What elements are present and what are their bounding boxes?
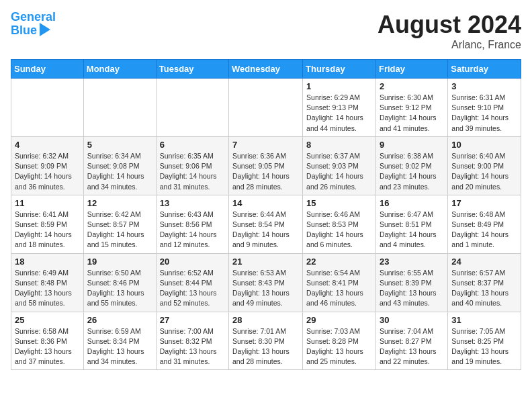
day-info: Sunrise: 6:55 AM Sunset: 8:39 PM Dayligh…	[380, 268, 444, 309]
day-info: Sunrise: 6:38 AM Sunset: 9:02 PM Dayligh…	[380, 151, 444, 192]
day-info: Sunrise: 7:04 AM Sunset: 8:27 PM Dayligh…	[380, 326, 444, 367]
day-number: 21	[232, 257, 299, 267]
calendar-cell: 5Sunrise: 6:34 AM Sunset: 9:08 PM Daylig…	[83, 136, 156, 195]
calendar-cell: 14Sunrise: 6:44 AM Sunset: 8:54 PM Dayli…	[229, 195, 303, 253]
calendar-cell: 9Sunrise: 6:38 AM Sunset: 9:02 PM Daylig…	[375, 136, 447, 195]
calendar-cell: 23Sunrise: 6:55 AM Sunset: 8:39 PM Dayli…	[375, 253, 447, 312]
calendar-cell: 30Sunrise: 7:04 AM Sunset: 8:27 PM Dayli…	[375, 312, 447, 370]
day-number: 2	[380, 81, 444, 91]
day-number: 23	[380, 257, 444, 267]
calendar-cell: 27Sunrise: 7:00 AM Sunset: 8:32 PM Dayli…	[156, 312, 228, 370]
day-number: 27	[160, 315, 225, 325]
page-header: General Blue August 2024 Arlanc, France	[11, 11, 521, 51]
calendar-body: 1Sunrise: 6:29 AM Sunset: 9:13 PM Daylig…	[11, 79, 521, 370]
day-number: 14	[232, 198, 299, 208]
calendar-cell: 11Sunrise: 6:41 AM Sunset: 8:59 PM Dayli…	[11, 195, 84, 253]
day-info: Sunrise: 6:43 AM Sunset: 8:56 PM Dayligh…	[160, 210, 225, 250]
calendar-cell: 15Sunrise: 6:46 AM Sunset: 8:53 PM Dayli…	[303, 195, 376, 253]
day-info: Sunrise: 6:57 AM Sunset: 8:37 PM Dayligh…	[451, 268, 517, 309]
calendar-cell: 25Sunrise: 6:58 AM Sunset: 8:36 PM Dayli…	[11, 312, 84, 370]
day-info: Sunrise: 6:53 AM Sunset: 8:43 PM Dayligh…	[232, 268, 299, 309]
calendar-header-row: SundayMondayTuesdayWednesdayThursdayFrid…	[11, 60, 521, 79]
calendar-cell: 2Sunrise: 6:30 AM Sunset: 9:12 PM Daylig…	[375, 79, 447, 137]
day-info: Sunrise: 6:40 AM Sunset: 9:00 PM Dayligh…	[451, 151, 517, 192]
calendar-cell: 3Sunrise: 6:31 AM Sunset: 9:10 PM Daylig…	[448, 79, 521, 137]
day-info: Sunrise: 6:49 AM Sunset: 8:48 PM Dayligh…	[15, 268, 80, 309]
day-number: 7	[232, 140, 299, 150]
calendar-cell: 22Sunrise: 6:54 AM Sunset: 8:41 PM Dayli…	[303, 253, 376, 312]
day-number: 20	[160, 257, 225, 267]
week-row-0: 1Sunrise: 6:29 AM Sunset: 9:13 PM Daylig…	[11, 79, 521, 137]
day-number: 6	[160, 140, 225, 150]
month-title: August 2024	[378, 11, 521, 39]
calendar-cell	[156, 79, 228, 137]
logo-blue: Blue	[11, 24, 37, 38]
day-number: 9	[380, 140, 444, 150]
day-number: 15	[306, 198, 372, 208]
location: Arlanc, France	[378, 39, 521, 51]
day-info: Sunrise: 7:03 AM Sunset: 8:28 PM Dayligh…	[306, 326, 372, 367]
day-info: Sunrise: 6:31 AM Sunset: 9:10 PM Dayligh…	[451, 93, 517, 134]
calendar-cell: 31Sunrise: 7:05 AM Sunset: 8:25 PM Dayli…	[448, 312, 521, 370]
day-number: 18	[15, 257, 80, 267]
week-row-2: 11Sunrise: 6:41 AM Sunset: 8:59 PM Dayli…	[11, 195, 521, 253]
day-info: Sunrise: 7:05 AM Sunset: 8:25 PM Dayligh…	[451, 326, 517, 367]
header-thursday: Thursday	[303, 60, 376, 79]
day-number: 31	[451, 315, 517, 325]
day-number: 16	[380, 198, 444, 208]
calendar-cell: 10Sunrise: 6:40 AM Sunset: 9:00 PM Dayli…	[448, 136, 521, 195]
day-number: 1	[306, 81, 372, 91]
calendar-cell: 6Sunrise: 6:35 AM Sunset: 9:06 PM Daylig…	[156, 136, 228, 195]
day-info: Sunrise: 6:30 AM Sunset: 9:12 PM Dayligh…	[380, 93, 444, 134]
day-info: Sunrise: 6:59 AM Sunset: 8:34 PM Dayligh…	[87, 326, 152, 367]
day-info: Sunrise: 6:41 AM Sunset: 8:59 PM Dayligh…	[15, 210, 80, 250]
day-number: 26	[87, 315, 152, 325]
week-row-4: 25Sunrise: 6:58 AM Sunset: 8:36 PM Dayli…	[11, 312, 521, 370]
calendar-cell: 17Sunrise: 6:48 AM Sunset: 8:49 PM Dayli…	[448, 195, 521, 253]
calendar-cell: 13Sunrise: 6:43 AM Sunset: 8:56 PM Dayli…	[156, 195, 228, 253]
day-info: Sunrise: 6:52 AM Sunset: 8:44 PM Dayligh…	[160, 268, 225, 309]
day-number: 10	[451, 140, 517, 150]
calendar-cell: 19Sunrise: 6:50 AM Sunset: 8:46 PM Dayli…	[83, 253, 156, 312]
day-info: Sunrise: 6:48 AM Sunset: 8:49 PM Dayligh…	[451, 210, 517, 250]
calendar-cell	[11, 79, 84, 137]
day-info: Sunrise: 6:32 AM Sunset: 9:09 PM Dayligh…	[15, 151, 80, 192]
day-number: 29	[306, 315, 372, 325]
day-info: Sunrise: 6:50 AM Sunset: 8:46 PM Dayligh…	[87, 268, 152, 309]
header-sunday: Sunday	[11, 60, 84, 79]
week-row-3: 18Sunrise: 6:49 AM Sunset: 8:48 PM Dayli…	[11, 253, 521, 312]
day-info: Sunrise: 6:58 AM Sunset: 8:36 PM Dayligh…	[15, 326, 80, 367]
calendar-cell: 24Sunrise: 6:57 AM Sunset: 8:37 PM Dayli…	[448, 253, 521, 312]
day-info: Sunrise: 6:35 AM Sunset: 9:06 PM Dayligh…	[160, 151, 225, 192]
calendar-cell	[229, 79, 303, 137]
day-info: Sunrise: 6:54 AM Sunset: 8:41 PM Dayligh…	[306, 268, 372, 309]
header-saturday: Saturday	[448, 60, 521, 79]
calendar-cell: 20Sunrise: 6:52 AM Sunset: 8:44 PM Dayli…	[156, 253, 228, 312]
calendar-cell: 18Sunrise: 6:49 AM Sunset: 8:48 PM Dayli…	[11, 253, 84, 312]
calendar-cell: 12Sunrise: 6:42 AM Sunset: 8:57 PM Dayli…	[83, 195, 156, 253]
calendar-table: SundayMondayTuesdayWednesdayThursdayFrid…	[11, 59, 521, 370]
day-number: 5	[87, 140, 152, 150]
title-block: August 2024 Arlanc, France	[378, 11, 521, 51]
header-friday: Friday	[375, 60, 447, 79]
logo-arrow-icon	[40, 23, 50, 36]
calendar-cell: 28Sunrise: 7:01 AM Sunset: 8:30 PM Dayli…	[229, 312, 303, 370]
day-number: 8	[306, 140, 372, 150]
calendar-cell: 29Sunrise: 7:03 AM Sunset: 8:28 PM Dayli…	[303, 312, 376, 370]
day-number: 3	[451, 81, 517, 91]
day-number: 12	[87, 198, 152, 208]
day-info: Sunrise: 6:36 AM Sunset: 9:05 PM Dayligh…	[232, 151, 299, 192]
day-number: 25	[15, 315, 80, 325]
day-info: Sunrise: 6:42 AM Sunset: 8:57 PM Dayligh…	[87, 210, 152, 250]
day-info: Sunrise: 7:01 AM Sunset: 8:30 PM Dayligh…	[232, 326, 299, 367]
day-number: 22	[306, 257, 372, 267]
calendar-cell: 16Sunrise: 6:47 AM Sunset: 8:51 PM Dayli…	[375, 195, 447, 253]
day-number: 17	[451, 198, 517, 208]
day-info: Sunrise: 7:00 AM Sunset: 8:32 PM Dayligh…	[160, 326, 225, 367]
calendar-cell	[83, 79, 156, 137]
calendar-cell: 26Sunrise: 6:59 AM Sunset: 8:34 PM Dayli…	[83, 312, 156, 370]
header-tuesday: Tuesday	[156, 60, 228, 79]
day-info: Sunrise: 6:29 AM Sunset: 9:13 PM Dayligh…	[306, 93, 372, 134]
calendar-cell: 1Sunrise: 6:29 AM Sunset: 9:13 PM Daylig…	[303, 79, 376, 137]
calendar-cell: 7Sunrise: 6:36 AM Sunset: 9:05 PM Daylig…	[229, 136, 303, 195]
